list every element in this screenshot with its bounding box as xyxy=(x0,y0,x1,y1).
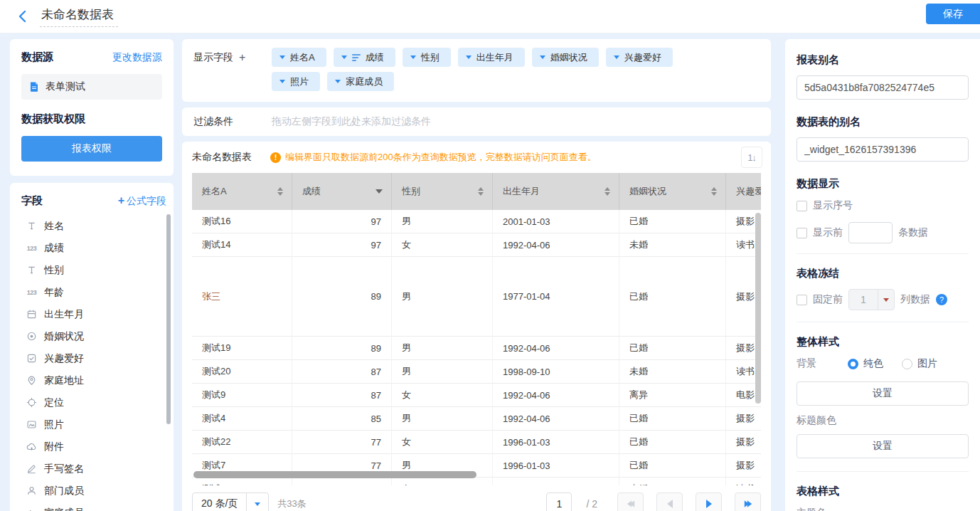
field-item-age[interactable]: 年龄 xyxy=(21,281,166,303)
chevron-down-icon xyxy=(614,56,619,59)
column-header-name[interactable]: 姓名A xyxy=(192,173,292,210)
pen-icon xyxy=(26,463,38,474)
permission-title: 数据获取权限 xyxy=(21,112,85,125)
field-item-signature[interactable]: 手写签名 xyxy=(21,458,166,480)
title-color-set-button[interactable]: 设置 xyxy=(797,434,969,458)
table-row: 测试485男1992-04-06已婚摄影 xyxy=(192,407,761,431)
table-header-row: 姓名A 成绩 性别 出生年月 婚姻状况 兴趣爱好 xyxy=(192,173,761,210)
show-index-label: 显示序号 xyxy=(813,199,853,212)
show-first-label: 显示前 xyxy=(813,226,843,239)
field-item-birthdate[interactable]: 出生年月 xyxy=(21,303,166,325)
last-page-button[interactable] xyxy=(735,492,761,511)
bg-solid-option[interactable]: 纯色 xyxy=(848,357,883,370)
table-row: 测试2277女1996-01-03已婚摄影 xyxy=(192,431,761,454)
display-fields-card: 显示字段 姓名A 成绩 性别 出生年月 婚姻状况 兴趣爱好 照片 家庭成员 xyxy=(182,39,771,102)
next-page-button[interactable] xyxy=(696,492,722,511)
preview-warning: 编辑界面只取数据源前200条作为查询数据预览，完整数据请访问页面查看。 xyxy=(270,151,741,164)
field-tag-score[interactable]: 成绩 xyxy=(334,48,395,67)
field-item-gender[interactable]: 性别 xyxy=(21,259,166,281)
double-right-icon xyxy=(745,500,751,508)
show-index-checkbox[interactable] xyxy=(797,201,807,211)
horizontal-scrollbar[interactable] xyxy=(192,471,761,478)
field-tag-photo[interactable]: 照片 xyxy=(272,72,320,91)
field-tag-hobby[interactable]: 兴趣爱好 xyxy=(606,48,673,67)
table-vertical-scrollbar[interactable] xyxy=(755,213,761,404)
chevron-down-icon xyxy=(279,80,285,83)
horizontal-scrollbar-thumb[interactable] xyxy=(193,471,476,478)
sort-both-icon xyxy=(277,187,283,196)
field-item-score[interactable]: 成绩 xyxy=(21,237,166,259)
sort-both-icon xyxy=(711,187,717,196)
row-order-button[interactable] xyxy=(741,147,762,168)
table-alias-label: 数据表的别名 xyxy=(797,115,969,129)
change-datasource-link[interactable]: 更改数据源 xyxy=(112,51,162,64)
field-tag-name[interactable]: 姓名A xyxy=(272,48,326,67)
page-title[interactable]: 未命名数据表 xyxy=(40,6,118,27)
bg-image-option[interactable]: 图片 xyxy=(902,357,937,370)
first-page-button[interactable] xyxy=(617,492,644,511)
report-permission-button[interactable]: 报表权限 xyxy=(21,136,162,162)
table-row: 测试1989男1992-04-06已婚摄影 xyxy=(192,337,761,360)
sort-both-icon xyxy=(604,187,610,196)
chevron-down-icon xyxy=(341,56,347,59)
person-icon xyxy=(26,485,38,496)
report-alias-label: 报表别名 xyxy=(797,53,969,67)
datasource-card: 数据源 更改数据源 表单测试 数据获取权限 报表权限 xyxy=(10,39,174,176)
right-icon xyxy=(706,500,712,508)
field-item-name[interactable]: 姓名 xyxy=(21,215,166,237)
background-set-button[interactable]: 设置 xyxy=(797,381,969,406)
field-item-address[interactable]: 家庭地址 xyxy=(21,369,166,391)
table-alias-input[interactable] xyxy=(797,137,969,162)
fields-scrollbar[interactable] xyxy=(166,214,171,424)
form-doc-icon xyxy=(28,81,40,93)
add-formula-field-link[interactable]: +公式字段 xyxy=(118,194,166,208)
column-header-gender[interactable]: 性别 xyxy=(392,173,493,210)
overall-style-title: 整体样式 xyxy=(797,335,969,349)
target-icon xyxy=(26,397,38,408)
sort-desc-active-icon xyxy=(376,189,383,194)
datasource-name: 表单测试 xyxy=(46,80,85,93)
field-item-family-member[interactable]: 家庭成员 xyxy=(21,502,166,511)
column-header-birthdate[interactable]: 出生年月 xyxy=(493,173,619,210)
table-row: 测试2087男1998-09-10未婚读书 xyxy=(192,360,761,384)
prev-page-button[interactable] xyxy=(656,492,683,511)
field-item-photo[interactable]: 照片 xyxy=(21,413,166,436)
page-total: / 2 xyxy=(586,498,597,510)
filter-dropzone[interactable]: 拖动左侧字段到此处来添加过滤条件 xyxy=(272,115,431,128)
field-tag-marital[interactable]: 婚姻状况 xyxy=(532,48,599,67)
radio-icon xyxy=(902,359,912,369)
text-icon xyxy=(26,221,38,231)
help-icon[interactable] xyxy=(936,294,947,305)
column-header-marital[interactable]: 婚姻状况 xyxy=(619,173,726,210)
column-header-score[interactable]: 成绩 xyxy=(292,173,392,210)
main-area: 显示字段 姓名A 成绩 性别 出生年月 婚姻状况 兴趣爱好 照片 家庭成员 xyxy=(182,39,771,511)
chevron-down-icon xyxy=(466,56,472,59)
report-alias-input[interactable] xyxy=(797,75,969,100)
field-list: 姓名 成绩 性别 年龄 出生年月 婚姻状况 兴趣爱好 家庭地址 定位 照片 附件… xyxy=(21,215,166,511)
field-tag-family[interactable]: 家庭成员 xyxy=(327,72,394,91)
number-icon xyxy=(26,245,38,252)
page-size-select[interactable]: 20 条/页 xyxy=(192,492,269,511)
display-field-tags: 姓名A 成绩 性别 出生年月 婚姻状况 兴趣爱好 照片 家庭成员 xyxy=(272,48,760,96)
table-card: 未命名数据表 编辑界面只取数据源前200条作为查询数据预览，完整数据请访问页面查… xyxy=(182,142,771,511)
text-icon xyxy=(26,265,38,275)
field-item-dept-member[interactable]: 部门成员 xyxy=(21,480,166,502)
column-header-hobby[interactable]: 兴趣爱好 xyxy=(726,173,761,210)
field-tag-gender[interactable]: 性别 xyxy=(403,48,451,67)
field-item-marital[interactable]: 婚姻状况 xyxy=(21,325,166,347)
back-icon[interactable] xyxy=(16,9,30,23)
save-button[interactable]: 保存 xyxy=(926,4,980,24)
freeze-checkbox[interactable] xyxy=(797,295,807,305)
add-display-field-button[interactable] xyxy=(239,51,245,96)
field-item-locate[interactable]: 定位 xyxy=(21,391,166,413)
show-first-count-input[interactable] xyxy=(848,222,893,243)
field-tag-birthdate[interactable]: 出生年月 xyxy=(458,48,525,67)
datasource-item[interactable]: 表单测试 xyxy=(21,74,162,100)
divider xyxy=(797,322,969,322)
field-item-hobby[interactable]: 兴趣爱好 xyxy=(21,347,166,369)
show-first-checkbox[interactable] xyxy=(797,228,807,238)
freeze-count-select[interactable]: 1 xyxy=(848,289,895,310)
field-item-attachment[interactable]: 附件 xyxy=(21,436,166,458)
page-number-input[interactable] xyxy=(546,492,572,511)
app-window: 未命名数据表 保存 数据源 更改数据源 表单测试 数据获取权限 报表权限 字段 … xyxy=(0,0,980,511)
